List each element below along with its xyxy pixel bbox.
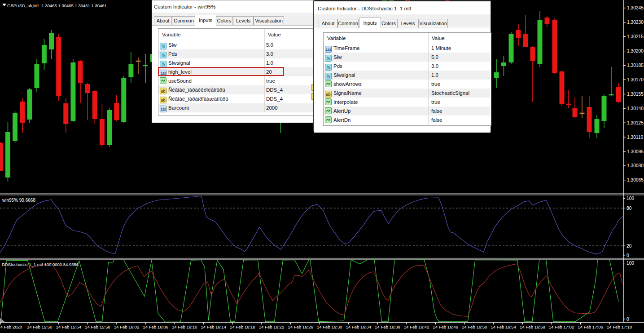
svg-text:1.30155: 1.30155 bbox=[627, 92, 644, 97]
svg-text:100: 100 bbox=[626, 261, 634, 266]
svg-text:1.30140: 1.30140 bbox=[627, 106, 644, 111]
svg-text:14 Feb 16:18: 14 Feb 16:18 bbox=[230, 324, 255, 329]
svg-text:1.30125: 1.30125 bbox=[627, 120, 644, 125]
svg-text:win95% 90.6668: win95% 90.6668 bbox=[2, 198, 35, 203]
svg-text:14 Feb 16:50: 14 Feb 16:50 bbox=[462, 324, 487, 329]
svg-text:14 Feb 16:26: 14 Feb 16:26 bbox=[288, 324, 313, 329]
svg-text:GBPUSD_uk,M1 1.30465 1.30465: GBPUSD_uk,M1 1.30465 1.30465 1.30461 1.3… bbox=[7, 3, 107, 8]
svg-text:14 Feb 15:50: 14 Feb 15:50 bbox=[27, 324, 53, 329]
svg-text:14 Feb 17:06: 14 Feb 17:06 bbox=[578, 324, 603, 329]
svg-text:1.30230: 1.30230 bbox=[627, 20, 644, 25]
svg-text:1.30185: 1.30185 bbox=[627, 63, 644, 68]
svg-text:1.30095: 1.30095 bbox=[627, 149, 644, 154]
svg-text:DDStochastic 1_1 mtf 100.0000: DDStochastic 1_1 mtf 100.0000 84.9356 bbox=[2, 262, 79, 267]
svg-text:1.30065: 1.30065 bbox=[627, 178, 644, 182]
svg-text:0: 0 bbox=[626, 317, 629, 322]
svg-text:0: 0 bbox=[626, 253, 629, 258]
svg-text:14 Feb 16:10: 14 Feb 16:10 bbox=[172, 324, 197, 329]
svg-text:80: 80 bbox=[626, 206, 632, 211]
svg-text:14 Feb 15:54: 14 Feb 15:54 bbox=[56, 324, 82, 329]
svg-text:14 Feb 17:10: 14 Feb 17:10 bbox=[607, 324, 632, 329]
svg-text:14 Feb 16:42: 14 Feb 16:42 bbox=[404, 324, 429, 329]
svg-text:14 Feb 17:02: 14 Feb 17:02 bbox=[549, 324, 574, 329]
svg-text:1.30245: 1.30245 bbox=[627, 5, 644, 10]
svg-text:1.30215: 1.30215 bbox=[627, 34, 644, 39]
svg-text:14 Feb 16:54: 14 Feb 16:54 bbox=[491, 324, 517, 329]
svg-text:1.30170: 1.30170 bbox=[627, 77, 644, 82]
svg-text:14 Feb 16:06: 14 Feb 16:06 bbox=[143, 324, 168, 329]
svg-text:14 Feb 16:14: 14 Feb 16:14 bbox=[201, 324, 227, 329]
svg-text:20: 20 bbox=[626, 244, 632, 249]
svg-text:1.30200: 1.30200 bbox=[627, 49, 644, 53]
svg-text:14 Feb 15:58: 14 Feb 15:58 bbox=[85, 324, 110, 329]
svg-text:14 Feb 16:30: 14 Feb 16:30 bbox=[317, 324, 342, 329]
svg-text:14 Feb 16:22: 14 Feb 16:22 bbox=[259, 324, 285, 329]
svg-text:14 Feb 16:46: 14 Feb 16:46 bbox=[433, 324, 458, 329]
svg-text:14 Feb 2020: 14 Feb 2020 bbox=[0, 324, 22, 329]
svg-text:1.30080: 1.30080 bbox=[627, 163, 644, 168]
svg-text:14 Feb 16:58: 14 Feb 16:58 bbox=[520, 324, 545, 329]
svg-text:100: 100 bbox=[626, 196, 634, 201]
svg-text:14 Feb 16:34: 14 Feb 16:34 bbox=[346, 324, 372, 329]
svg-text:14 Feb 16:38: 14 Feb 16:38 bbox=[375, 324, 400, 329]
svg-text:14 Feb 16:02: 14 Feb 16:02 bbox=[114, 324, 140, 329]
svg-text:1.30110: 1.30110 bbox=[627, 135, 643, 140]
